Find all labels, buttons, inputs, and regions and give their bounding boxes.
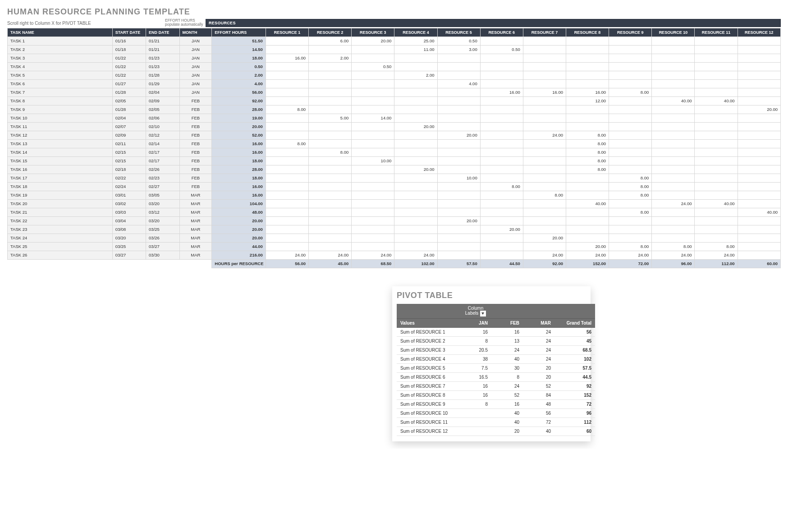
- month-cell[interactable]: FEB: [179, 139, 212, 148]
- resource-cell[interactable]: [352, 199, 394, 208]
- resource-cell[interactable]: [609, 45, 652, 54]
- table-row[interactable]: TASK 1402/1502/17FEB16.008.008.00: [8, 148, 781, 156]
- month-cell[interactable]: JAN: [179, 45, 212, 54]
- effort-cell[interactable]: 14.50: [212, 45, 266, 54]
- resource-cell[interactable]: [566, 54, 609, 62]
- start-date-cell[interactable]: 03/04: [112, 216, 146, 225]
- resource-cell[interactable]: 8.00: [695, 242, 738, 251]
- resource-cell[interactable]: 8.00: [609, 88, 652, 96]
- start-date-cell[interactable]: 02/15: [112, 148, 146, 156]
- resource-cell[interactable]: [566, 62, 609, 71]
- dropdown-icon[interactable]: [480, 311, 486, 316]
- month-cell[interactable]: JAN: [179, 37, 212, 45]
- table-row[interactable]: TASK 1802/2402/27FEB16.008.008.00: [8, 182, 781, 191]
- resource-cell[interactable]: [738, 251, 780, 259]
- resource-cell[interactable]: [266, 182, 308, 191]
- month-cell[interactable]: MAR: [179, 191, 212, 199]
- resource-cell[interactable]: [394, 208, 437, 216]
- pivot-value-cell[interactable]: 7.5: [460, 363, 491, 372]
- resource-cell[interactable]: [566, 225, 609, 234]
- resource-cell[interactable]: [738, 131, 780, 139]
- resource-cell[interactable]: [523, 242, 566, 251]
- start-date-cell[interactable]: 01/28: [112, 88, 146, 96]
- resource-cell[interactable]: 20.00: [437, 131, 480, 139]
- pivot-row[interactable]: Sum of RESOURCE 716245292: [397, 381, 595, 390]
- month-cell[interactable]: MAR: [179, 225, 212, 234]
- resource-cell[interactable]: 20.00: [523, 234, 566, 242]
- resource-cell[interactable]: [609, 148, 652, 156]
- resource-cell[interactable]: [309, 156, 352, 165]
- table-row[interactable]: TASK 2303/0803/25MAR20.0020.00: [8, 225, 781, 234]
- resource-cell[interactable]: [394, 105, 437, 114]
- resource-cell[interactable]: [609, 122, 652, 131]
- resource-cell[interactable]: [523, 174, 566, 182]
- resource-cell[interactable]: [523, 105, 566, 114]
- resource-cell[interactable]: [609, 139, 652, 148]
- pivot-value-cell[interactable]: 52: [523, 381, 554, 390]
- end-date-cell[interactable]: 01/21: [146, 45, 179, 54]
- resource-cell[interactable]: 6.00: [309, 37, 352, 45]
- pivot-value-cell[interactable]: 30: [491, 363, 523, 372]
- resource-cell[interactable]: [394, 225, 437, 234]
- month-cell[interactable]: FEB: [179, 114, 212, 122]
- resource-cell[interactable]: [695, 156, 738, 165]
- start-date-cell[interactable]: 02/05: [112, 96, 146, 105]
- month-cell[interactable]: FEB: [179, 148, 212, 156]
- resource-cell[interactable]: [352, 174, 394, 182]
- end-date-cell[interactable]: 02/06: [146, 114, 179, 122]
- effort-cell[interactable]: 16.00: [212, 148, 266, 156]
- end-date-cell[interactable]: 02/10: [146, 122, 179, 131]
- table-row[interactable]: TASK 2203/0403/20MAR20.0020.00: [8, 216, 781, 225]
- resource-cell[interactable]: [566, 174, 609, 182]
- resource-cell[interactable]: 2.00: [394, 71, 437, 79]
- resource-cell[interactable]: [437, 122, 480, 131]
- resource-cell[interactable]: [738, 54, 780, 62]
- resource-cell[interactable]: 16.00: [480, 88, 523, 96]
- resource-cell[interactable]: [309, 174, 352, 182]
- resource-cell[interactable]: [266, 199, 308, 208]
- resource-cell[interactable]: [266, 148, 308, 156]
- pivot-value-cell[interactable]: 40: [491, 417, 523, 427]
- start-date-cell[interactable]: 02/24: [112, 182, 146, 191]
- resource-cell[interactable]: 20.00: [738, 105, 780, 114]
- resource-cell[interactable]: [309, 208, 352, 216]
- month-cell[interactable]: FEB: [179, 165, 212, 174]
- task-name-cell[interactable]: TASK 7: [8, 88, 113, 96]
- resource-cell[interactable]: 3.00: [437, 45, 480, 54]
- resource-cell[interactable]: [437, 96, 480, 105]
- resource-cell[interactable]: [523, 71, 566, 79]
- resource-cell[interactable]: [480, 242, 523, 251]
- table-row[interactable]: TASK 2103/0303/12MAR48.008.0040.00: [8, 208, 781, 216]
- resource-cell[interactable]: [309, 216, 352, 225]
- month-cell[interactable]: FEB: [179, 174, 212, 182]
- resource-cell[interactable]: [394, 114, 437, 122]
- resource-cell[interactable]: [695, 182, 738, 191]
- resource-cell[interactable]: [437, 88, 480, 96]
- effort-cell[interactable]: 16.00: [212, 182, 266, 191]
- col-resource[interactable]: RESOURCE 9: [609, 28, 652, 37]
- pivot-value-cell[interactable]: 40: [491, 354, 523, 363]
- resource-cell[interactable]: [523, 139, 566, 148]
- pivot-value-cell[interactable]: [460, 417, 491, 427]
- start-date-cell[interactable]: 03/03: [112, 208, 146, 216]
- resource-cell[interactable]: 24.00: [394, 251, 437, 259]
- pivot-row[interactable]: Sum of RESOURCE 616.582044.5: [397, 372, 595, 381]
- task-name-cell[interactable]: TASK 21: [8, 208, 113, 216]
- resource-cell[interactable]: [266, 156, 308, 165]
- pivot-month[interactable]: JAN: [460, 318, 491, 327]
- resource-cell[interactable]: [266, 216, 308, 225]
- resource-cell[interactable]: [480, 251, 523, 259]
- pivot-month[interactable]: FEB: [491, 318, 523, 327]
- resource-cell[interactable]: [437, 139, 480, 148]
- resource-cell[interactable]: 20.00: [437, 216, 480, 225]
- resource-cell[interactable]: [738, 88, 780, 96]
- effort-cell[interactable]: 51.50: [212, 37, 266, 45]
- resource-cell[interactable]: [566, 114, 609, 122]
- resource-cell[interactable]: [394, 174, 437, 182]
- resource-cell[interactable]: 8.00: [609, 242, 652, 251]
- resource-cell[interactable]: [609, 54, 652, 62]
- resource-cell[interactable]: [652, 156, 695, 165]
- resource-cell[interactable]: [309, 88, 352, 96]
- task-name-cell[interactable]: TASK 3: [8, 54, 113, 62]
- task-name-cell[interactable]: TASK 12: [8, 131, 113, 139]
